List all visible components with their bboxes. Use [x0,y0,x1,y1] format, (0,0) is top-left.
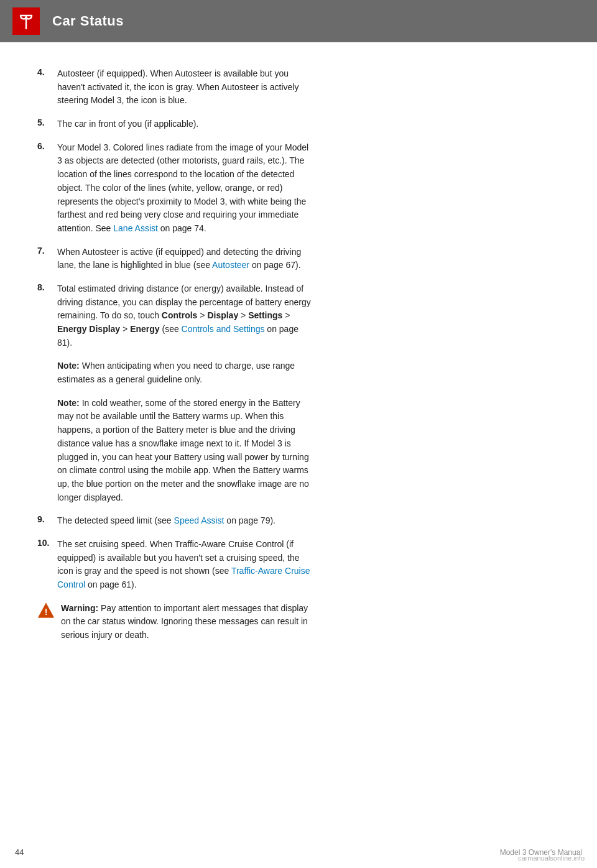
page-number: 44 [15,847,24,857]
list-number: 9. [37,514,57,524]
warning-text: Warning: Pay attention to important aler… [61,602,311,642]
page-footer: 44 Model 3 Owner's Manual [0,847,597,857]
page-header: Car Status [0,0,597,42]
list-number: 6. [37,141,57,151]
tacc-link[interactable]: Traffic-Aware Cruise Control [57,566,310,589]
list-text: When Autosteer is active (if equipped) a… [57,246,311,272]
warning-label: Warning: [61,603,98,613]
list-item: 8. Total estimated driving distance (or … [37,282,311,349]
list-number: 7. [37,246,57,256]
list-text: Autosteer (if equipped). When Autosteer … [57,67,311,108]
tesla-logo-icon [17,12,35,30]
list-item: 9. The detected speed limit (see Speed A… [37,514,311,528]
list-text: The car in front of you (if applicable). [57,118,311,131]
note-text: In cold weather, some of the stored ener… [57,398,309,502]
list-text: The detected speed limit (see Speed Assi… [57,514,311,528]
note-block-2: Note: In cold weather, some of the store… [57,397,311,505]
autosteer-link[interactable]: Autosteer [212,260,249,270]
list-item: 10. The set cruising speed. When Traffic… [37,538,311,592]
page-title: Car Status [52,13,124,29]
note-label: Note: [57,398,80,408]
list-number: 10. [37,538,57,548]
list-item: 7. When Autosteer is active (if equipped… [37,246,311,272]
list-number: 5. [37,118,57,127]
lane-assist-link[interactable]: Lane Assist [113,223,158,233]
list-text: Your Model 3. Colored lines radiate from… [57,141,311,236]
list-text: Total estimated driving distance (or ene… [57,282,311,349]
warning-icon: ! [37,602,55,619]
note-block-1: Note: When anticipating when you need to… [57,359,311,386]
tesla-logo [12,7,40,35]
list-number: 4. [37,67,57,77]
note-label: Note: [57,361,80,371]
controls-settings-link[interactable]: Controls and Settings [182,324,265,334]
list-text: The set cruising speed. When Traffic-Awa… [57,538,311,592]
speed-assist-link[interactable]: Speed Assist [174,515,224,525]
list-item: 5. The car in front of you (if applicabl… [37,118,311,131]
warning-block: ! Warning: Pay attention to important al… [37,602,311,642]
svg-text:!: ! [45,607,48,617]
main-content: 4. Autosteer (if equipped). When Autoste… [0,42,348,690]
watermark: carmanualsonline.info [518,854,585,862]
list-item: 6. Your Model 3. Colored lines radiate f… [37,141,311,236]
list-item: 4. Autosteer (if equipped). When Autoste… [37,67,311,108]
list-number: 8. [37,282,57,292]
note-text: When anticipating when you need to charg… [57,361,295,384]
